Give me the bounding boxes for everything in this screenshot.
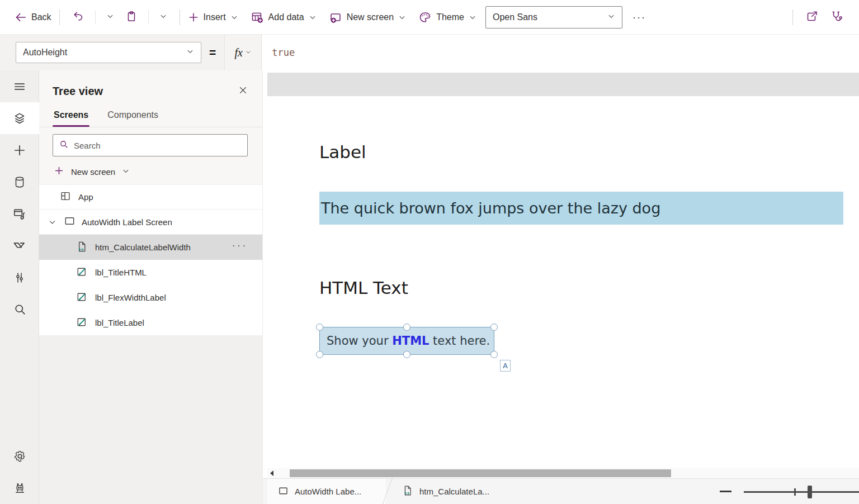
tree-item-control[interactable]: lbl_FlexWidthLabel (39, 285, 262, 310)
selection-handle[interactable] (490, 324, 498, 331)
chevron-down-icon (309, 13, 317, 21)
undo-button[interactable] (67, 7, 90, 27)
canvas-area: Label The quick brown fox jumps over the… (263, 70, 859, 504)
zoom-slider-track[interactable] (744, 491, 859, 493)
selection-handle[interactable] (403, 351, 410, 358)
media-icon[interactable] (0, 198, 39, 230)
search-rail-icon[interactable] (0, 293, 39, 325)
selection-handle[interactable] (316, 351, 323, 358)
chevron-down-icon[interactable] (47, 217, 58, 227)
tree-view-tabs: Screens Components (39, 103, 262, 127)
chevron-down-icon (398, 13, 406, 21)
selection-handle[interactable] (316, 324, 323, 331)
share-button[interactable] (800, 6, 824, 28)
back-button[interactable]: Back (13, 9, 53, 26)
more-commands-button[interactable]: ··· (627, 12, 652, 22)
zoom-slider-thumb[interactable] (808, 486, 812, 498)
chevron-down-icon (159, 12, 167, 22)
add-data-label: Add data (268, 12, 304, 22)
bottom-bar: AutoWidth Labe... htm_CalculateLa... (263, 478, 859, 504)
scrollbar-thumb[interactable] (290, 469, 671, 477)
html-text-prefix: Show your (327, 334, 392, 348)
scroll-left-arrow[interactable] (267, 468, 276, 478)
zoom-slider[interactable] (744, 479, 859, 504)
tab-components[interactable]: Components (106, 110, 159, 127)
property-dropdown[interactable]: AutoHeight (16, 42, 201, 63)
tree-item-screen[interactable]: AutoWidth Label Screen (39, 210, 262, 235)
divider (792, 9, 793, 25)
html-text-control[interactable]: Show your HTML text here. (319, 327, 494, 355)
tab-screens[interactable]: Screens (53, 110, 89, 127)
tree-item-control[interactable]: lbl_TitleLabel (39, 310, 262, 335)
tree-item-control[interactable]: htm_CalculateLabelWidth ··· (39, 235, 262, 260)
left-rail (0, 70, 39, 504)
tree-item-label: App (78, 192, 262, 202)
tree-view-header: Tree view Screens Components (39, 70, 262, 184)
close-panel-button[interactable] (236, 83, 250, 99)
screen-icon (63, 215, 76, 229)
add-data-icon (251, 11, 264, 24)
tree-view-icon[interactable] (0, 102, 39, 134)
data-icon[interactable] (0, 166, 39, 198)
canvas-label-control[interactable]: The quick brown fox jumps over the lazy … (319, 192, 843, 225)
rail-bottom (0, 440, 39, 504)
html-text-bold: HTML (392, 334, 429, 348)
tree-item-label: htm_CalculateLabelWidth (95, 243, 225, 252)
back-arrow-icon (15, 11, 27, 23)
new-screen-icon (329, 11, 342, 24)
power-automate-icon[interactable] (0, 230, 39, 261)
undo-dropdown-chevron[interactable] (101, 9, 120, 25)
divider (95, 11, 96, 24)
scrollbar-track[interactable] (276, 468, 859, 478)
new-screen-tree-button[interactable]: New screen (54, 163, 130, 180)
breadcrumb-control[interactable]: htm_CalculateLa... (396, 479, 495, 504)
app-icon (59, 190, 72, 204)
search-box[interactable] (53, 134, 248, 156)
chevron-down-icon (230, 13, 238, 21)
font-selector[interactable]: Open Sans (485, 6, 622, 28)
formula-input[interactable] (262, 35, 859, 70)
fx-glyph: fx (235, 46, 243, 59)
row-more-button[interactable]: ··· (232, 241, 262, 254)
back-label: Back (31, 12, 51, 22)
advanced-tools-icon[interactable] (0, 261, 39, 293)
new-screen-button[interactable]: New screen (328, 8, 407, 26)
canvas-html-title[interactable]: HTML Text (319, 278, 408, 298)
font-selector-value: Open Sans (493, 12, 607, 22)
settings-gear-icon[interactable] (0, 440, 39, 472)
insert-label: Insert (204, 12, 226, 22)
add-data-button[interactable]: Add data (249, 8, 318, 26)
app-checker-icon[interactable] (824, 6, 849, 28)
label-control-icon (75, 316, 88, 330)
close-icon (238, 88, 248, 97)
clipboard-icon (125, 10, 138, 24)
new-screen-label: New screen (347, 12, 394, 22)
search-icon (59, 139, 69, 151)
tree-view-panel: Tree view Screens Components (39, 70, 263, 504)
search-input[interactable] (74, 141, 242, 150)
paste-button[interactable] (120, 7, 143, 27)
menu-icon[interactable] (0, 70, 39, 102)
breadcrumb-screen[interactable]: AutoWidth Labe... (267, 479, 386, 504)
canvas-label-title[interactable]: Label (319, 142, 366, 162)
fx-dropdown[interactable]: fx (225, 35, 262, 70)
divider (59, 9, 60, 25)
canvas-header-strip (267, 73, 859, 96)
divider (148, 11, 149, 24)
paste-dropdown-chevron[interactable] (154, 9, 173, 25)
theme-button[interactable]: Theme (417, 8, 478, 26)
share-icon (805, 9, 819, 25)
tree-item-control[interactable]: lbl_TitleHTML (39, 260, 262, 285)
chevron-down-icon (607, 12, 615, 22)
insert-button[interactable]: Insert (187, 9, 239, 25)
tree-list: App AutoWidth Label Screen htm_Calculate… (39, 184, 262, 335)
selection-handle[interactable] (490, 351, 498, 358)
selection-handle[interactable] (403, 324, 410, 331)
equals-sign: = (209, 46, 216, 59)
virtual-agent-icon[interactable] (0, 472, 39, 504)
zoom-out-button[interactable] (720, 491, 731, 492)
breadcrumb-screen-label: AutoWidth Labe... (295, 487, 361, 496)
chevron-down-icon (122, 167, 130, 177)
tree-item-app[interactable]: App (39, 184, 262, 210)
insert-rail-icon[interactable] (0, 134, 39, 166)
